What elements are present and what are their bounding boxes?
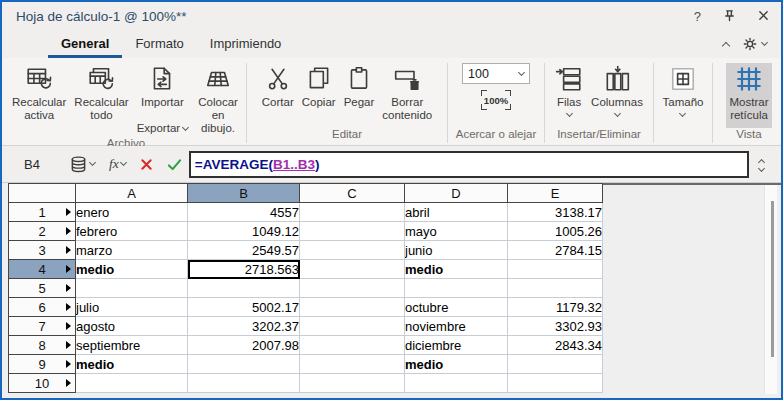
cell-D4[interactable]: medio [405, 260, 508, 279]
cell-D10[interactable] [405, 374, 508, 393]
cell-A3[interactable]: marzo [76, 241, 188, 260]
function-button[interactable]: fx [109, 156, 126, 172]
cell-D6[interactable]: octubre [405, 298, 508, 317]
cell-D2[interactable]: mayo [405, 222, 508, 241]
cell-B7[interactable]: 3202.37 [188, 317, 300, 336]
column-header-D[interactable]: D [405, 184, 508, 203]
cell-D5[interactable] [405, 279, 508, 298]
tab-imprimiendo[interactable]: Imprimiendo [197, 30, 295, 58]
cell-B3[interactable]: 2549.57 [188, 241, 300, 260]
cell-A6[interactable]: julio [76, 298, 188, 317]
cell-A5[interactable] [76, 279, 188, 298]
row-header-3[interactable]: 3 [9, 241, 76, 260]
help-button[interactable]: ? [694, 10, 701, 23]
formula-input[interactable]: =AVERAGE(B1..B3) [189, 151, 749, 178]
cell-C2[interactable] [300, 222, 405, 241]
cell-A4[interactable]: medio [76, 260, 188, 279]
cell-A1[interactable]: enero [76, 203, 188, 222]
row-header-10[interactable]: 10 [9, 374, 76, 393]
cell-E9[interactable] [508, 355, 603, 374]
tamano-button[interactable]: Tamaño [659, 63, 708, 128]
row-header-5[interactable]: 5 [9, 279, 76, 298]
cell-D8[interactable]: diciembre [405, 336, 508, 355]
cortar-button[interactable]: Cortar [258, 63, 298, 128]
row-header-8[interactable]: 8 [9, 336, 76, 355]
cell-C6[interactable] [300, 298, 405, 317]
corner-cell[interactable] [9, 184, 76, 203]
cell-C3[interactable] [300, 241, 405, 260]
vertical-scrollbar[interactable] [764, 185, 777, 394]
cell-D7[interactable]: noviembre [405, 317, 508, 336]
cell-A7[interactable]: agosto [76, 317, 188, 336]
settings-menu-button[interactable] [743, 37, 767, 51]
formula-bar-expand[interactable] [749, 157, 773, 171]
recalcular-todo-button[interactable]: Recalcular todo [70, 63, 132, 137]
cell-B4[interactable]: 2718.563 [188, 260, 300, 279]
zoom-100-button[interactable]: 100% [481, 90, 511, 110]
row-header-4[interactable]: 4 [9, 260, 76, 279]
sheet-void [603, 183, 781, 398]
cell-D3[interactable]: junio [405, 241, 508, 260]
cell-E10[interactable] [508, 374, 603, 393]
cell-E6[interactable]: 1179.32 [508, 298, 603, 317]
row-header-9[interactable]: 9 [9, 355, 76, 374]
cell-C10[interactable] [300, 374, 405, 393]
row-header-1[interactable]: 1 [9, 203, 76, 222]
row-header-7[interactable]: 7 [9, 317, 76, 336]
scrollbar-thumb[interactable] [771, 201, 774, 357]
cell-A9[interactable]: medio [76, 355, 188, 374]
column-header-E[interactable]: E [508, 184, 603, 203]
cell-C9[interactable] [300, 355, 405, 374]
cell-B5[interactable] [188, 279, 300, 298]
colocar-en-dibujo-button[interactable]: Colocar en dibujo. [192, 63, 244, 137]
cell-B6[interactable]: 5002.17 [188, 298, 300, 317]
row-header-2[interactable]: 2 [9, 222, 76, 241]
cell-E1[interactable]: 3138.17 [508, 203, 603, 222]
pegar-button[interactable]: Pegar [340, 63, 379, 128]
zoom-combo[interactable]: 100 [462, 63, 530, 84]
cell-B10[interactable] [188, 374, 300, 393]
cell-B1[interactable]: 4557 [188, 203, 300, 222]
accept-button[interactable] [167, 158, 182, 171]
cell-C4[interactable] [300, 260, 405, 279]
cell-D1[interactable]: abril [405, 203, 508, 222]
cell-B8[interactable]: 2007.98 [188, 336, 300, 355]
column-header-B[interactable]: B [188, 184, 300, 203]
filas-button[interactable]: Filas [551, 63, 587, 128]
sheet-row-7: 7agosto3202.37noviembre3302.93 [9, 317, 603, 336]
cell-reference-box[interactable]: B4 [2, 157, 62, 172]
cell-A10[interactable] [76, 374, 188, 393]
mostrar-reticula-button[interactable]: Mostrar retícula [726, 63, 773, 128]
cell-E5[interactable] [508, 279, 603, 298]
row-header-6[interactable]: 6 [9, 298, 76, 317]
column-header-C[interactable]: C [300, 184, 405, 203]
cell-B2[interactable]: 1049.12 [188, 222, 300, 241]
borrar-contenido-button[interactable]: Borrar contenido [378, 63, 436, 128]
pin-icon [723, 9, 736, 22]
range-selector-button[interactable] [69, 155, 95, 174]
cell-D9[interactable]: medio [405, 355, 508, 374]
cancel-button[interactable] [140, 158, 153, 171]
tab-formato[interactable]: Formato [122, 30, 196, 58]
close-button[interactable] [758, 10, 769, 23]
cell-E4[interactable] [508, 260, 603, 279]
cell-C7[interactable] [300, 317, 405, 336]
cell-C5[interactable] [300, 279, 405, 298]
collapse-ribbon-button[interactable] [723, 35, 729, 53]
cell-A2[interactable]: febrero [76, 222, 188, 241]
recalcular-activa-button[interactable]: Recalcular activa [8, 63, 70, 137]
cell-E7[interactable]: 3302.93 [508, 317, 603, 336]
cell-C1[interactable] [300, 203, 405, 222]
cell-B9[interactable] [188, 355, 300, 374]
cell-E8[interactable]: 2843.34 [508, 336, 603, 355]
copiar-button[interactable]: Copiar [298, 63, 340, 128]
cell-A8[interactable]: septiembre [76, 336, 188, 355]
cell-E3[interactable]: 2784.15 [508, 241, 603, 260]
column-header-A[interactable]: A [76, 184, 188, 203]
cell-E2[interactable]: 1005.26 [508, 222, 603, 241]
cell-C8[interactable] [300, 336, 405, 355]
columnas-button[interactable]: Columnas [587, 63, 647, 128]
importar-exportar-button[interactable]: Importar Exportar [133, 63, 192, 137]
pin-button[interactable] [723, 9, 736, 24]
tab-general[interactable]: General [48, 30, 122, 58]
